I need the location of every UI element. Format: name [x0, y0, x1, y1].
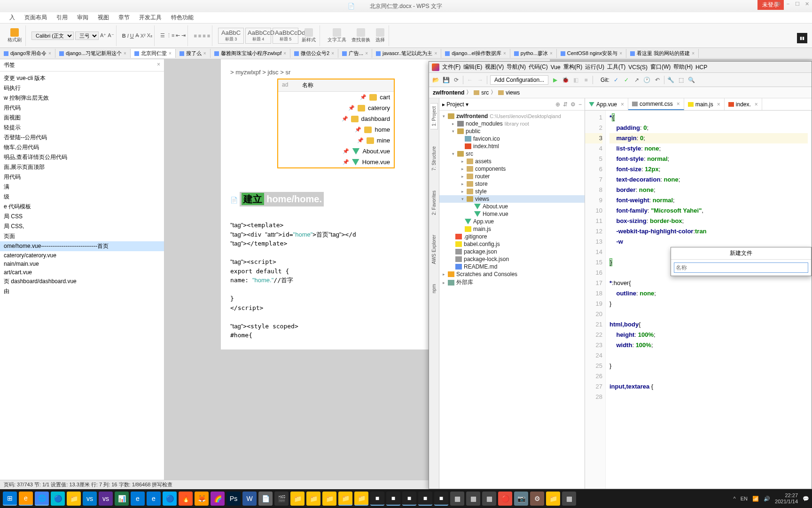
- taskbar-app[interactable]: 📁: [546, 492, 560, 506]
- editor-tab[interactable]: App.vue×: [585, 98, 628, 110]
- taskbar-app[interactable]: ▦: [450, 492, 464, 506]
- add-configuration-button[interactable]: Add Configuration...: [490, 75, 548, 85]
- tree-index-html[interactable]: index.html: [439, 143, 585, 150]
- subscript-button[interactable]: X₂: [147, 32, 152, 39]
- editor-tab[interactable]: comment.css×: [628, 98, 684, 110]
- tab-close-icon[interactable]: ×: [283, 51, 286, 56]
- code-line[interactable]: -w: [609, 237, 808, 247]
- underline-button[interactable]: U: [130, 33, 134, 39]
- git-history-icon[interactable]: 🕐: [643, 76, 651, 84]
- taskbar-app[interactable]: vs: [99, 492, 113, 506]
- taskbar-app[interactable]: 🌐: [35, 492, 49, 506]
- taskbar-app[interactable]: 🦊: [195, 492, 209, 506]
- code-line[interactable]: [609, 350, 808, 361]
- bookmark-item[interactable]: 变更 vue-cli 版本: [0, 73, 164, 83]
- tree-package-lock[interactable]: package-lock.json: [439, 255, 585, 263]
- tab-close-icon[interactable]: ×: [203, 51, 206, 56]
- taskbar-app[interactable]: ■: [386, 492, 400, 506]
- text-tool-button[interactable]: 文字工具: [326, 27, 348, 44]
- taskbar-app[interactable]: ▦: [466, 492, 480, 506]
- taskbar-app[interactable]: 📁: [290, 492, 304, 506]
- close-icon[interactable]: ✕: [804, 1, 810, 8]
- menu-item[interactable]: 章节: [118, 14, 130, 22]
- tab-close-icon[interactable]: ×: [48, 51, 51, 56]
- tab-close-icon[interactable]: ×: [503, 51, 506, 56]
- doc-tab[interactable]: django...el操作数据库×: [441, 49, 510, 58]
- taskbar-app[interactable]: e: [131, 492, 145, 506]
- menu-file[interactable]: 文件(F): [442, 63, 461, 71]
- taskbar-app[interactable]: 📊: [115, 492, 129, 506]
- taskbar-app[interactable]: 📁: [322, 492, 336, 506]
- tab-structure[interactable]: 7: Structure: [430, 143, 437, 174]
- bullet-list-icon[interactable]: ☰: [160, 32, 165, 39]
- tab-aws[interactable]: AWS Explorer: [430, 232, 437, 267]
- code-line[interactable]: font-family: "Microsoft Yahei",: [609, 206, 808, 216]
- bookmark-item[interactable]: 面视图: [0, 113, 164, 123]
- bookmark-item[interactable]: 面,展示页面顶部: [0, 162, 164, 172]
- bookmark-item[interactable]: 页 dashboard/dashboard.vue: [0, 277, 164, 286]
- crumb-src[interactable]: src: [481, 89, 489, 96]
- tree-store[interactable]: ▸store: [439, 180, 585, 188]
- code-editor[interactable]: 1234567891011121314151617181920212223242…: [585, 111, 812, 489]
- tree-root[interactable]: ▾zwlfrontend C:\Users\lenovo\Desktop\qia…: [439, 112, 585, 120]
- taskbar-app[interactable]: 🔴: [498, 492, 512, 506]
- tab-close-icon[interactable]: ×: [755, 101, 758, 108]
- debug-icon[interactable]: 🐞: [562, 76, 569, 84]
- panel-close-icon[interactable]: ×: [157, 61, 160, 69]
- taskbar-app[interactable]: 🎬: [274, 492, 289, 506]
- taskbar-app[interactable]: e: [19, 492, 33, 506]
- tab-npm[interactable]: npm: [430, 281, 437, 296]
- bookmark-item[interactable]: 由: [0, 286, 164, 296]
- open-icon[interactable]: 📂: [432, 76, 439, 84]
- bookmark-item[interactable]: ome/home.vue----------------------------…: [0, 241, 164, 251]
- doc-tab[interactable]: 搜了么×: [176, 49, 211, 58]
- search-icon[interactable]: 🔍: [688, 76, 695, 84]
- menu-edit[interactable]: 编辑(E): [463, 63, 482, 71]
- code-line[interactable]: margin: 0;: [609, 133, 808, 143]
- locate-icon[interactable]: ⊕: [555, 101, 560, 108]
- tree-gitignore[interactable]: .gitignore: [439, 233, 585, 240]
- bookmark-item[interactable]: 页面: [0, 231, 164, 241]
- git-commit-icon[interactable]: ✓: [623, 76, 630, 84]
- search-everywhere-icon[interactable]: ⬚: [678, 76, 685, 84]
- indent-left-icon[interactable]: ⇤: [176, 32, 180, 39]
- doc-tab[interactable]: javascr..笔记以此为主×: [372, 49, 441, 58]
- tree-scratches[interactable]: ▸Scratches and Consoles: [439, 270, 585, 278]
- doc-tab[interactable]: CentOS8 nginx安装与×: [557, 49, 626, 58]
- volume-icon[interactable]: 🔊: [764, 496, 770, 502]
- tree-app-vue[interactable]: App.vue: [439, 218, 585, 225]
- doc-tab[interactable]: 馨雅阁珠宝城小程序zwlxpf×: [211, 49, 290, 58]
- ime-indicator[interactable]: EN: [741, 496, 748, 501]
- tree-home-vue[interactable]: Home.vue: [439, 210, 585, 218]
- menu-window[interactable]: 窗口(W): [650, 63, 671, 71]
- bookmark-item[interactable]: 满: [0, 182, 164, 192]
- tab-close-icon[interactable]: ×: [169, 51, 172, 56]
- menu-vue[interactable]: Vue: [551, 64, 561, 71]
- tab-close-icon[interactable]: ×: [331, 51, 334, 56]
- menu-item[interactable]: 开发工具: [139, 14, 162, 22]
- back-icon[interactable]: ←: [466, 76, 474, 84]
- bookmark-item[interactable]: 级: [0, 192, 164, 202]
- tab-close-icon[interactable]: ×: [434, 51, 437, 56]
- tree-src[interactable]: ▾src: [439, 150, 585, 158]
- taskbar-app[interactable]: ▦: [482, 492, 496, 506]
- code-line[interactable]: font-weight: normal;: [609, 195, 808, 206]
- code-line[interactable]: }: [609, 361, 808, 371]
- bookmark-item[interactable]: 物车,公用代码: [0, 143, 164, 152]
- project-tree[interactable]: ▾zwlfrontend C:\Users\lenovo\Desktop\qia…: [439, 111, 585, 489]
- style-heading4[interactable]: AaBbCcD标题 4: [245, 28, 271, 44]
- notifications-icon[interactable]: 💬: [803, 496, 809, 502]
- tree-babel[interactable]: babel.config.js: [439, 240, 585, 248]
- hide-icon[interactable]: −: [578, 101, 582, 108]
- tab-favorites[interactable]: 2: Favorites: [430, 188, 437, 218]
- crumb-root[interactable]: zwlfrontend: [433, 89, 464, 96]
- tree-style[interactable]: ▸style: [439, 188, 585, 195]
- bookmark-item[interactable]: nain/main.vue: [0, 260, 164, 268]
- code-line[interactable]: -webkit-tap-highlight-color:tran: [609, 226, 808, 237]
- bookmark-item[interactable]: 码执行: [0, 83, 164, 93]
- tab-close-icon[interactable]: ×: [365, 51, 368, 56]
- code-line[interactable]: border: none;: [609, 185, 808, 195]
- strike-button[interactable]: A̶: [135, 32, 139, 39]
- doc-tab[interactable]: 微信公众号2×: [290, 49, 338, 58]
- bold-button[interactable]: B: [122, 33, 126, 39]
